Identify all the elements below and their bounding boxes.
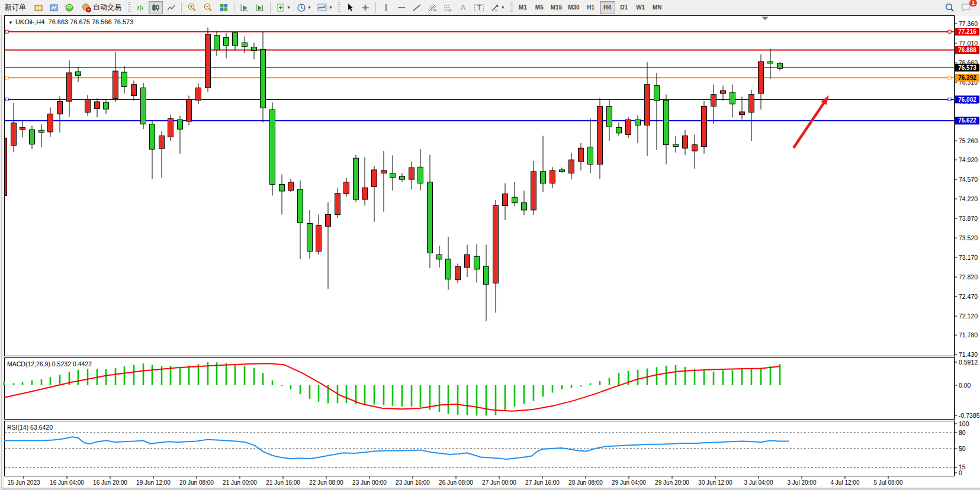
fibonacci-button[interactable]: F xyxy=(441,1,455,14)
svg-text:27 Jun 00:00: 27 Jun 00:00 xyxy=(482,479,516,486)
timeframe-m1[interactable]: M1 xyxy=(515,1,531,14)
search-icon xyxy=(944,2,955,13)
svg-text:76.888: 76.888 xyxy=(958,47,976,53)
svg-text:0.00: 0.00 xyxy=(959,382,971,389)
text-label-icon: T xyxy=(474,3,484,12)
crosshair-button[interactable] xyxy=(358,1,372,14)
crosshair-icon xyxy=(361,3,370,12)
line-chart-button[interactable] xyxy=(164,1,178,14)
channel-icon: E xyxy=(428,3,437,12)
svg-text:75.622: 75.622 xyxy=(958,117,976,124)
notifications-button[interactable]: 1 xyxy=(959,1,974,14)
timeframe-h1[interactable]: H1 xyxy=(583,1,599,14)
zoom-in-button[interactable] xyxy=(185,1,200,14)
horizontal-line-icon xyxy=(397,4,406,12)
svg-text:28 Jun 08:00: 28 Jun 08:00 xyxy=(568,479,603,486)
cursor-icon xyxy=(346,3,354,12)
zoom-out-button[interactable] xyxy=(201,1,216,14)
toolbar-grip[interactable] xyxy=(128,2,131,13)
svg-text:4 Jul 12:00: 4 Jul 12:00 xyxy=(831,479,860,486)
bar-chart-button[interactable] xyxy=(133,1,147,14)
svg-text:22 Jun 08:00: 22 Jun 08:00 xyxy=(309,479,343,486)
svg-text:74.220: 74.220 xyxy=(959,195,978,202)
svg-text:16 Jun 20:00: 16 Jun 20:00 xyxy=(93,479,127,486)
candlestick-chart-button[interactable] xyxy=(149,1,163,14)
svg-text:72.470: 72.470 xyxy=(959,293,978,300)
navigator-icon xyxy=(65,3,74,12)
ohlc-quote: 76.663 76.675 76.566 76.573 xyxy=(49,18,134,25)
chart-shift-button[interactable] xyxy=(253,1,267,14)
timeframe-d1[interactable]: D1 xyxy=(616,1,632,14)
toolbar: 新订单 自动交易 xyxy=(0,0,980,15)
autotrading-button[interactable]: 自动交易 xyxy=(78,1,126,14)
svg-text:5 Jul 08:00: 5 Jul 08:00 xyxy=(874,479,903,486)
timeframe-bar: M1M5M15M30H1H4D1W1MN xyxy=(515,1,666,14)
search-button[interactable] xyxy=(942,1,957,14)
arrows-button[interactable]: ▼ xyxy=(488,1,507,14)
candlestick-chart-icon xyxy=(151,3,160,12)
line-chart-icon xyxy=(166,3,176,12)
chart-canvas[interactable]: 77.36077.01076.66076.31075.96075.61075.2… xyxy=(0,0,980,490)
toolbar-grip[interactable] xyxy=(510,2,513,13)
new-template-button[interactable]: ▼ xyxy=(274,1,293,14)
text-label-button[interactable]: T xyxy=(471,1,487,14)
timeframe-w1[interactable]: W1 xyxy=(633,1,648,14)
horizontal-line-button[interactable] xyxy=(394,1,409,14)
vertical-line-button[interactable] xyxy=(379,1,393,14)
macd-indicator-label: MACD(12,26,9) 0.5232 0.4422 xyxy=(7,360,92,368)
autotrading-icon xyxy=(82,3,91,12)
tile-windows-icon xyxy=(219,3,229,12)
new-order-button[interactable]: 新订单 xyxy=(1,1,30,14)
periods-button[interactable]: ▼ xyxy=(294,1,314,14)
svg-text:23 Jun 16:00: 23 Jun 16:00 xyxy=(396,479,430,486)
timeframe-m5[interactable]: M5 xyxy=(532,1,547,14)
timeframe-h4[interactable]: H4 xyxy=(600,1,615,14)
timeframe-m30[interactable]: M30 xyxy=(565,1,581,14)
notification-badge: 1 xyxy=(969,0,977,7)
charts-button[interactable] xyxy=(31,1,46,14)
toolbar-grip[interactable] xyxy=(338,2,340,13)
auto-scroll-button[interactable] xyxy=(237,1,252,14)
zoom-out-icon xyxy=(203,2,213,12)
svg-text:74.570: 74.570 xyxy=(959,176,978,183)
svg-text:16 Jun 04:00: 16 Jun 04:00 xyxy=(50,479,84,486)
cursor-button[interactable] xyxy=(343,1,357,14)
indicators-button[interactable]: ▼ xyxy=(315,1,335,14)
timeframe-m15[interactable]: M15 xyxy=(548,1,564,14)
svg-text:20 Jun 08:00: 20 Jun 08:00 xyxy=(179,479,214,486)
svg-text:80: 80 xyxy=(959,429,966,436)
autotrading-label: 自动交易 xyxy=(93,2,121,12)
text-button[interactable]: A xyxy=(456,1,470,14)
zoom-in-icon xyxy=(187,2,197,12)
dropdown-caret-icon: ▼ xyxy=(329,5,333,9)
dropdown-caret-icon: ▼ xyxy=(287,5,291,9)
svg-text:29 Jun 20:00: 29 Jun 20:00 xyxy=(655,479,689,486)
svg-text:3 Jul 04:00: 3 Jul 04:00 xyxy=(744,479,773,486)
tile-windows-button[interactable] xyxy=(217,1,231,14)
svg-text:73.170: 73.170 xyxy=(959,254,978,261)
dropdown-caret-icon: ▼ xyxy=(501,5,505,9)
timeframe-mn[interactable]: MN xyxy=(650,1,665,14)
market-watch-button[interactable] xyxy=(47,1,61,14)
svg-text:23 Jun 00:00: 23 Jun 00:00 xyxy=(352,479,387,486)
svg-text:19 Jun 12:00: 19 Jun 12:00 xyxy=(136,479,171,486)
fibonacci-icon: F xyxy=(443,3,452,12)
vertical-line-icon xyxy=(383,3,390,12)
svg-text:73.520: 73.520 xyxy=(959,234,978,241)
navigator-button[interactable] xyxy=(62,1,76,14)
svg-text:77.010: 77.010 xyxy=(959,40,978,47)
svg-text:75.260: 75.260 xyxy=(959,137,978,144)
svg-text:A: A xyxy=(461,4,465,12)
periods-icon xyxy=(297,3,306,12)
symbol-dropdown-icon[interactable]: ▼ xyxy=(8,20,13,25)
auto-scroll-icon xyxy=(240,3,249,12)
svg-text:E: E xyxy=(434,8,436,12)
trendline-button[interactable] xyxy=(410,1,424,14)
text-icon: A xyxy=(459,3,467,12)
bar-chart-icon xyxy=(136,3,145,12)
trading-terminal: { "toolbar": { "new_order_label": "新订单",… xyxy=(0,0,980,490)
svg-text:72.120: 72.120 xyxy=(959,312,978,320)
channel-button[interactable]: E xyxy=(425,1,439,14)
svg-text:74.920: 74.920 xyxy=(959,156,978,163)
new-template-icon xyxy=(276,3,285,12)
